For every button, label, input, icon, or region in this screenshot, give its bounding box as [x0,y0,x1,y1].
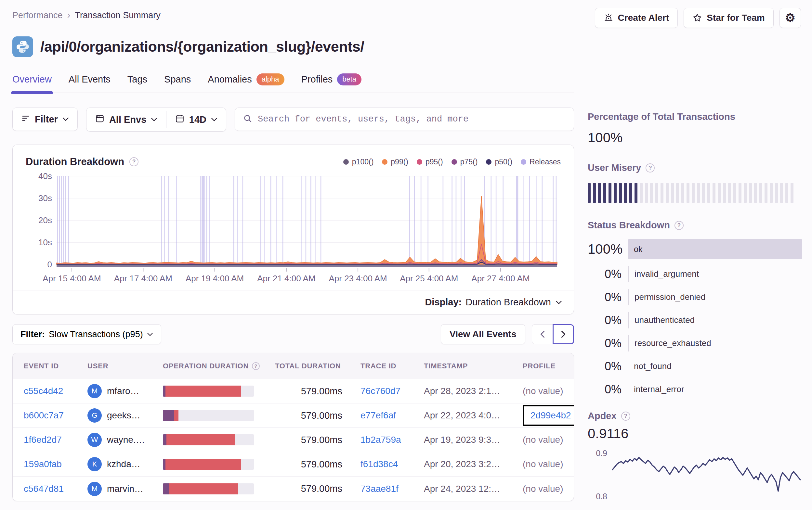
timestamp: Apr 24, 2023 12:… [424,484,523,494]
event-id-link[interactable]: 159a0fab [24,459,62,469]
table-row: c5647d81 M marvin… 579.00ms 73aae81f Apr… [13,477,574,501]
chevron-down-icon [151,118,157,121]
ptt-title: Percentage of Total Transactions [588,112,735,122]
legend-item-p100[interactable]: p100() [343,157,374,166]
legend-item-Releases[interactable]: Releases [521,157,561,166]
next-page-button[interactable] [553,324,574,344]
event-id-link[interactable]: c55c4d42 [24,386,63,396]
legend-label: p99() [391,157,408,166]
avatar: W [87,433,102,447]
operation-bar-segment-red [169,483,239,494]
svg-text:Apr 25 4:00 AM: Apr 25 4:00 AM [400,273,458,283]
timestamp: Apr 22, 2023 4:0… [424,410,523,421]
transactions-filter-label: Filter: [21,329,45,339]
column-total-duration[interactable]: TOTAL DURATION [275,362,360,370]
apdex-sparkline [610,447,802,502]
avatar: G [87,408,102,423]
column-trace-id[interactable]: TRACE ID [360,362,424,370]
trace-id-link[interactable]: 73aae81f [360,484,399,494]
status-row-internal_error: 0%internal_error [588,381,802,398]
misery-segment [702,183,705,203]
operation-duration-bar [163,386,254,397]
table-row: c55c4d42 M mfaro… 579.00ms 76c760d7 Apr … [13,379,574,403]
filter-dropdown[interactable]: Filter [12,108,78,131]
event-id-link[interactable]: c5647d81 [24,484,64,494]
profile-link[interactable]: 2d99e4b2 [530,410,571,420]
legend-dot [521,159,526,165]
user-name: mfaro… [107,386,140,396]
trace-id-link[interactable]: 76c760d7 [360,386,401,396]
environment-selector[interactable]: All Envs [86,108,166,131]
transactions-filter-dropdown[interactable]: Filter: Slow Transactions (p95) [12,324,161,344]
column-event-id[interactable]: EVENT ID [24,362,87,370]
siren-icon [604,13,613,23]
help-icon[interactable]: ? [645,163,655,173]
previous-page-button[interactable] [532,324,553,344]
display-label: Display: [425,297,462,308]
tab-anomalies[interactable]: Anomaliesalpha [208,73,284,93]
help-icon[interactable]: ? [674,221,684,230]
breadcrumb-performance[interactable]: Performance [12,10,63,21]
misery-segment [614,183,617,203]
create-alert-button[interactable]: Create Alert [595,8,678,28]
trace-id-link[interactable]: e77ef6af [360,410,396,420]
column-profile[interactable]: PROFILE [523,362,574,370]
misery-segment [645,183,648,203]
view-all-events-button[interactable]: View All Events [441,324,525,344]
ptt-value: 100% [588,130,802,146]
legend-item-p99[interactable]: p99() [382,157,408,166]
legend-item-p50[interactable]: p50() [486,157,512,166]
legend-item-p95[interactable]: p95() [417,157,443,166]
chevron-right-icon [561,330,566,338]
beta-badge: beta [337,73,361,85]
settings-button[interactable]: ⚙ [780,8,801,28]
env-date-group: All Envs 14D [86,108,226,131]
trace-id-link[interactable]: f61d38c4 [360,459,398,469]
date-range-selector[interactable]: 14D [167,108,226,131]
timestamp: Apr 20, 2023 3:2… [424,459,523,470]
window-icon [95,114,105,126]
event-id-link[interactable]: 1f6ed2d7 [24,434,62,445]
chevron-down-icon [62,117,69,121]
status-percent: 100% [588,241,621,257]
apdex-chart: 0.9 0.8 [588,447,802,502]
operation-bar-segment-red [167,434,235,445]
display-selector[interactable]: Duration Breakdown [465,297,562,308]
tab-all-events[interactable]: All Events [68,73,111,93]
tab-spans[interactable]: Spans [164,73,191,93]
legend-label: p95() [426,157,443,166]
svg-text:Apr 15 4:00 AM: Apr 15 4:00 AM [42,273,101,283]
help-icon[interactable]: ? [129,157,139,166]
tab-tags[interactable]: Tags [127,73,147,93]
column-user[interactable]: USER [87,362,163,370]
star-for-team-button[interactable]: Star for Team [684,8,773,28]
python-platform-icon [12,36,33,57]
svg-text:Apr 19 4:00 AM: Apr 19 4:00 AM [185,273,244,283]
status-row-permission_denied: 0%permission_denied [588,289,802,305]
tab-overview[interactable]: Overview [12,73,52,93]
event-id-link[interactable]: b600c7a7 [24,410,64,420]
tab-profiles[interactable]: Profilesbeta [301,73,362,93]
help-icon[interactable]: ? [252,362,260,370]
misery-segment [775,183,778,203]
status-row-unauthenticated: 0%unauthenticated [588,312,802,328]
breadcrumb-separator-icon: › [67,10,70,20]
legend-item-p75[interactable]: p75() [452,157,478,166]
legend-label: Releases [529,157,561,166]
trace-id-link[interactable]: 1b2a759a [360,434,401,445]
status-percent: 0% [588,383,621,396]
main-column: Filter All Envs [12,93,574,501]
apdex-value: 0.9116 [588,426,802,442]
status-row-not_found: 0%not_found [588,358,802,374]
column-timestamp[interactable]: TIMESTAMP [424,362,523,370]
user-cell: M marvin… [87,482,163,496]
search-input[interactable] [258,114,566,124]
operation-bar-segment-red [174,410,178,421]
total-duration: 579.00ms [275,434,360,445]
status-bar-ok[interactable]: ok [628,239,802,259]
help-icon[interactable]: ? [621,412,630,421]
svg-text:0: 0 [48,260,52,269]
misery-segment [749,183,752,203]
apdex-title: Apdex [588,411,617,421]
column-operation-duration[interactable]: OPERATION DURATION? [163,362,275,370]
